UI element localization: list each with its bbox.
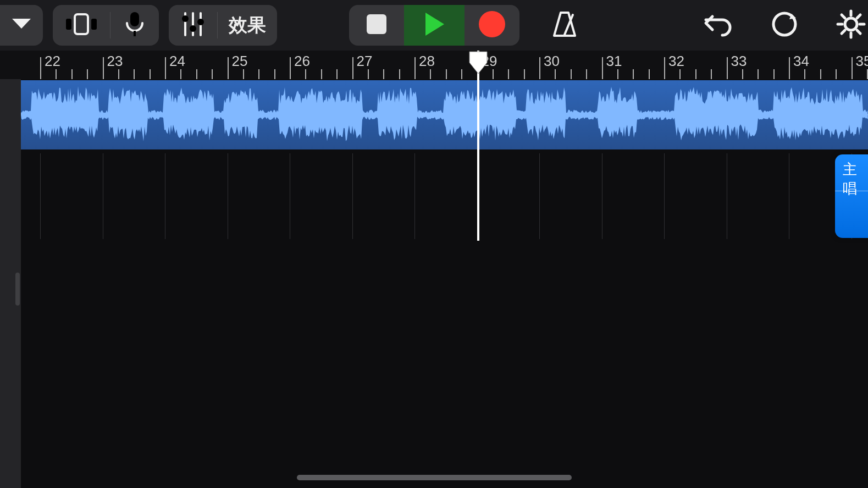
- record-icon: [478, 10, 506, 40]
- svg-rect-11: [367, 14, 386, 34]
- svg-line-21: [857, 30, 860, 34]
- undo-button[interactable]: [704, 11, 733, 40]
- svg-rect-3: [130, 12, 139, 26]
- mixer-button[interactable]: [169, 5, 217, 46]
- metronome-icon: [550, 31, 579, 41]
- svg-rect-2: [91, 19, 97, 30]
- fx-group: 效果: [169, 5, 277, 46]
- loop-button[interactable]: [770, 9, 799, 41]
- microphone-button[interactable]: [110, 5, 159, 46]
- ruler-label: 31: [606, 53, 622, 70]
- settings-button[interactable]: [836, 9, 866, 42]
- ruler-label: 34: [793, 53, 809, 70]
- transport-group: [349, 5, 519, 46]
- effects-label: 效果: [229, 13, 266, 38]
- waveform: [21, 80, 868, 149]
- svg-point-10: [197, 19, 204, 25]
- svg-line-20: [842, 15, 845, 18]
- track-row[interactable]: [21, 79, 868, 151]
- svg-rect-4: [134, 31, 136, 36]
- audio-clip[interactable]: 主唱: [835, 154, 868, 238]
- view-menu-button[interactable]: [0, 5, 43, 46]
- stop-button[interactable]: [349, 5, 404, 46]
- metronome-button[interactable]: [550, 9, 579, 41]
- clip-label: 主唱: [843, 160, 868, 198]
- ruler-label: 27: [357, 53, 373, 70]
- toolbar: 效果: [0, 0, 868, 51]
- ruler-label: 32: [668, 53, 684, 70]
- play-button[interactable]: [404, 5, 465, 46]
- loop-icon: [770, 31, 799, 41]
- ruler-label: 25: [232, 53, 248, 70]
- ruler-label: 26: [294, 53, 310, 70]
- play-icon: [423, 12, 445, 39]
- ruler-label: 22: [45, 53, 60, 70]
- ruler-label: 23: [107, 53, 123, 70]
- microphone-icon: [126, 11, 143, 40]
- audio-clip[interactable]: [21, 80, 868, 149]
- timeline-ruler[interactable]: 2223242526272829303132333435: [0, 51, 868, 79]
- track-row[interactable]: 主唱: [21, 153, 868, 239]
- effects-button[interactable]: 效果: [218, 5, 277, 46]
- ruler-label: 30: [544, 53, 560, 70]
- record-button[interactable]: [465, 5, 519, 46]
- track-header-gutter: [0, 79, 21, 488]
- ruler-label: 29: [482, 53, 497, 70]
- svg-point-8: [190, 25, 196, 32]
- chevron-down-icon: [11, 18, 32, 33]
- ruler-label: 33: [731, 53, 747, 70]
- svg-line-23: [857, 15, 860, 18]
- svg-point-15: [845, 18, 857, 30]
- tracks-area[interactable]: 主唱: [0, 79, 868, 488]
- gear-icon: [836, 32, 866, 41]
- scroll-thumb[interactable]: [15, 273, 20, 306]
- svg-point-12: [479, 11, 505, 37]
- undo-icon: [704, 30, 733, 39]
- ruler-label: 28: [419, 53, 435, 70]
- tracks-view-button[interactable]: [53, 5, 110, 46]
- ruler-label: 35: [856, 53, 869, 70]
- svg-line-22: [842, 30, 845, 34]
- svg-point-6: [182, 15, 189, 22]
- svg-rect-1: [75, 14, 88, 34]
- svg-rect-0: [66, 19, 71, 30]
- home-indicator: [297, 475, 572, 480]
- input-group: [53, 5, 159, 46]
- tracks-view-icon: [66, 13, 97, 37]
- sliders-icon: [182, 11, 204, 40]
- grid-lines: [21, 153, 868, 239]
- ruler-label: 24: [169, 53, 185, 70]
- stop-icon: [366, 13, 388, 37]
